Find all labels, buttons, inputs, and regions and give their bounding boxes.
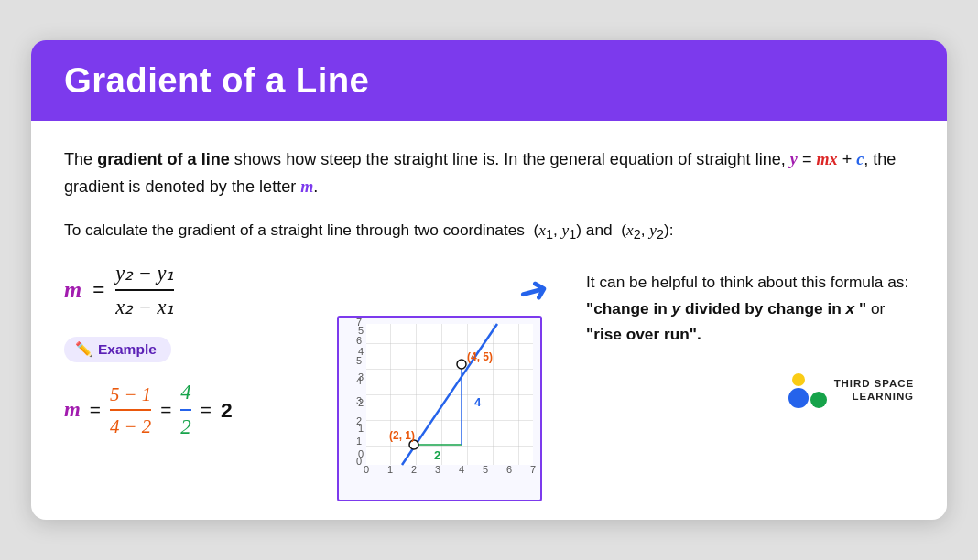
svg-text:5: 5 (483, 464, 488, 475)
example-frac1-den: 4 − 2 (110, 414, 151, 438)
svg-text:4: 4 (459, 464, 464, 475)
svg-text:3: 3 (356, 395, 362, 406)
page-title: Gradient of a Line (64, 60, 914, 101)
coord-text: To calculate the gradient of a straight … (64, 218, 914, 246)
logo-circle-yellow (792, 373, 805, 386)
svg-text:2: 2 (356, 415, 362, 426)
eq-mx: mx (817, 150, 838, 168)
logo-row: THIRD SPACE LEARNING (586, 373, 914, 408)
svg-text:2: 2 (434, 448, 440, 462)
example-formula: m = 5 − 1 4 − 2 = 4 2 = 2 (64, 379, 321, 440)
svg-point-31 (457, 360, 466, 369)
intro-bold: gradient of a line (97, 150, 230, 168)
example-badge: ✏️ Example (64, 337, 171, 362)
pencil-icon: ✏️ (75, 341, 92, 358)
svg-text:0: 0 (364, 464, 369, 475)
example-eq2: = (160, 399, 171, 421)
logo-circle-blue (788, 388, 809, 408)
example-label: Example (98, 341, 157, 358)
svg-text:1: 1 (387, 464, 393, 475)
intro-part1: The (64, 150, 97, 168)
right-column: It can be helpful to think about this fo… (559, 260, 914, 408)
svg-text:1: 1 (356, 436, 362, 447)
svg-text:4: 4 (474, 395, 482, 409)
svg-text:4: 4 (356, 375, 362, 386)
header: Gradient of a Line (31, 40, 947, 121)
arrow-container: ➜ (321, 269, 559, 312)
main-row: m = y₂ − y₁ x₂ − x₁ ✏️ Example (64, 260, 914, 501)
svg-text:6: 6 (506, 464, 512, 475)
right-bold2: "rise over run". (586, 325, 701, 343)
example-result: 2 (221, 398, 233, 423)
eq-y: y (790, 150, 798, 168)
coordinate-graph: 0 1 2 3 4 5 0 1 2 3 (339, 318, 540, 496)
svg-text:0: 0 (356, 456, 362, 467)
svg-text:5: 5 (356, 355, 362, 366)
svg-text:3: 3 (435, 464, 440, 475)
logo-line1: THIRD SPACE (834, 378, 914, 389)
logo-text: THIRD SPACE LEARNING (834, 378, 914, 404)
formula-main-row: m = y₂ − y₁ x₂ − x₁ (64, 260, 174, 320)
fraction-denominator: x₂ − x₁ (115, 294, 174, 320)
logo-circle-green (810, 392, 827, 408)
left-column: m = y₂ − y₁ x₂ − x₁ ✏️ Example (64, 260, 321, 441)
fraction-numerator: y₂ − y₁ (115, 260, 174, 286)
arrow-icon: ➜ (513, 265, 554, 315)
middle-column: ➜ 0 (321, 260, 559, 501)
formula-equals: = (92, 278, 104, 302)
main-card: Gradient of a Line The gradient of a lin… (31, 40, 947, 520)
example-eq3: = (201, 399, 212, 421)
example-frac2-line (180, 409, 190, 411)
formula-m: m (64, 277, 82, 303)
main-fraction: y₂ − y₁ x₂ − x₁ (115, 260, 174, 320)
logo-circles (788, 373, 827, 408)
graph-container: 0 1 2 3 4 5 0 1 2 3 (337, 316, 542, 501)
fraction-line (115, 289, 174, 291)
eq-m-purple: m (300, 178, 313, 196)
main-formula: m = y₂ − y₁ x₂ − x₁ (64, 260, 321, 320)
example-m: m (64, 398, 81, 422)
example-frac1-num: 5 − 1 (110, 382, 151, 406)
example-frac1-line (110, 409, 151, 411)
example-frac2-den: 2 (180, 414, 190, 441)
example-frac2: 4 2 (180, 379, 190, 440)
intro-period: . (313, 178, 318, 196)
intro-paragraph: The gradient of a line shows how steep t… (64, 146, 914, 201)
intro-part2: shows how steep the straight line is. In… (230, 150, 790, 168)
logo-line2: LEARNING (852, 391, 914, 402)
svg-text:(4, 5): (4, 5) (467, 350, 493, 363)
svg-text:7: 7 (530, 464, 536, 475)
eq-plus: + (838, 150, 857, 168)
content-area: The gradient of a line shows how steep t… (31, 121, 947, 520)
example-frac2-num: 4 (180, 379, 190, 406)
example-eq1: = (90, 399, 101, 421)
right-text: It can be helpful to think about this fo… (586, 269, 914, 348)
svg-text:6: 6 (356, 335, 362, 346)
svg-text:7: 7 (356, 318, 362, 328)
example-frac1: 5 − 1 4 − 2 (110, 382, 151, 438)
right-bold1: "change in y divided by change in x " (586, 299, 866, 318)
svg-text:2: 2 (411, 464, 417, 475)
eq-equals: = (798, 150, 817, 168)
svg-text:(2, 1): (2, 1) (389, 429, 415, 442)
